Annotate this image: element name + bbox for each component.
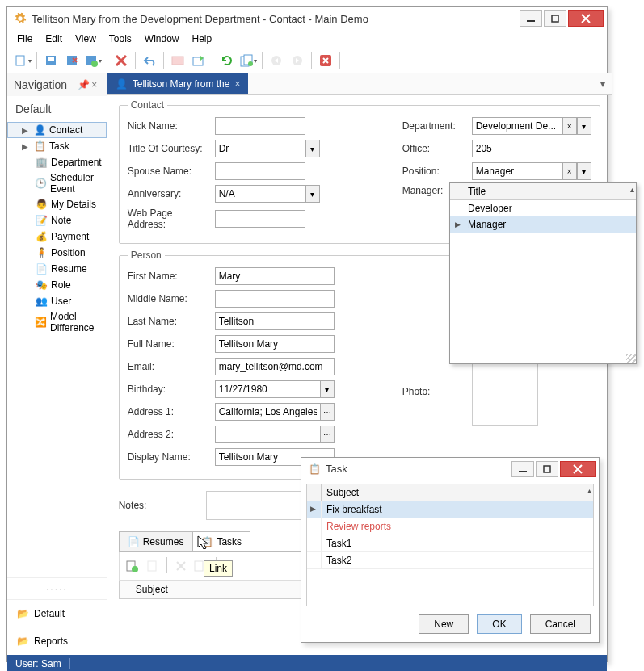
prev-icon (267, 52, 285, 69)
email-input[interactable] (215, 358, 335, 375)
close-button[interactable] (568, 10, 604, 27)
address2-input[interactable] (215, 426, 320, 443)
menu-tools[interactable]: Tools (109, 33, 132, 44)
tab-overflow-icon[interactable]: ▾ (594, 78, 612, 90)
middlename-input[interactable] (215, 290, 335, 308)
task-icon: 📋 (308, 463, 321, 476)
nav-item-scheduler[interactable]: 🕒Scheduler Event (7, 170, 107, 196)
dropdown-item-developer[interactable]: Developer (450, 200, 636, 216)
undo-icon[interactable] (141, 52, 158, 69)
nav-item-resume[interactable]: 📄Resume (7, 261, 107, 277)
ok-button[interactable]: OK (477, 614, 521, 634)
ellipsis-icon[interactable]: ⋯ (320, 426, 335, 443)
photo-box[interactable] (472, 359, 538, 426)
ellipsis-icon[interactable]: ⋯ (320, 403, 335, 421)
task-minimize-button[interactable] (511, 461, 534, 477)
task-close-button[interactable] (560, 461, 596, 477)
clear-icon[interactable]: × (562, 117, 577, 135)
clear-icon[interactable]: × (562, 162, 577, 180)
new-button[interactable]: New (419, 614, 469, 634)
birthday-input[interactable] (215, 380, 320, 398)
chevron-down-icon[interactable]: ▾ (305, 185, 320, 203)
new-icon[interactable]: ▾ (14, 52, 32, 69)
dropdown-header[interactable]: Title (468, 186, 486, 197)
resume-icon: 📄 (128, 536, 140, 547)
chevron-down-icon[interactable]: ▾ (320, 380, 335, 398)
nav-item-note[interactable]: 📝Note (7, 212, 107, 229)
address1-input[interactable] (215, 403, 320, 421)
nav-item-modeldiff[interactable]: 🔀Model Difference (7, 309, 107, 335)
save-icon[interactable] (42, 52, 60, 69)
nav-item-department[interactable]: 🏢Department (7, 154, 107, 170)
svg-rect-4 (48, 57, 54, 61)
nav-folder-reports[interactable]: 📂Reports (7, 627, 107, 655)
spouse-input[interactable] (215, 162, 305, 180)
svg-rect-20 (519, 471, 527, 472)
unlink-icon (144, 557, 162, 575)
close-record-icon[interactable] (317, 52, 335, 69)
nav-item-role[interactable]: 🎭Role (7, 277, 107, 293)
task-row[interactable]: Task1 (307, 535, 593, 552)
tab-close-icon[interactable]: × (234, 78, 240, 90)
save-close-icon[interactable] (63, 52, 81, 69)
maximize-button[interactable] (544, 10, 566, 27)
nav-item-user[interactable]: 👥User (7, 293, 107, 309)
validate-icon (169, 52, 187, 69)
dropdown-item-manager[interactable]: Manager (450, 216, 636, 233)
svg-rect-18 (148, 561, 156, 571)
scroll-up-icon[interactable]: ▴ (630, 185, 634, 194)
nav-item-payment[interactable]: 💰Payment (7, 229, 107, 245)
task-subject-header[interactable]: Subject▴ (322, 484, 593, 501)
clone-icon[interactable]: ▾ (239, 52, 257, 69)
menu-help[interactable]: Help (192, 33, 213, 44)
save-new-icon[interactable]: ▾ (84, 52, 102, 69)
position-input[interactable] (472, 162, 562, 180)
task-row[interactable]: Task2 (307, 552, 593, 569)
pin-icon[interactable]: 📌 (78, 79, 89, 90)
nav-splitter[interactable]: ····· (7, 577, 107, 599)
nav-item-contact[interactable]: ▶👤Contact (7, 122, 107, 138)
svg-rect-21 (544, 466, 550, 472)
contact-icon: 👤 (116, 78, 128, 90)
nav-item-task[interactable]: ▶📋Task (7, 138, 107, 154)
menu-edit[interactable]: Edit (45, 33, 62, 44)
nav-close-icon[interactable]: × (89, 79, 100, 90)
chevron-down-icon[interactable]: ▾ (577, 117, 591, 135)
status-user: User: Sam (15, 658, 61, 669)
scroll-up-icon[interactable]: ▴ (587, 486, 591, 495)
link-icon[interactable] (123, 557, 141, 575)
menu-window[interactable]: Window (145, 33, 179, 44)
task-row[interactable]: Review reports (307, 518, 593, 535)
svg-rect-19 (195, 561, 203, 571)
anniversary-input[interactable] (215, 185, 305, 203)
resize-grip[interactable] (450, 354, 636, 363)
subtab-resumes[interactable]: 📄Resumes (119, 531, 193, 551)
nav-folder-default[interactable]: 📂Default (7, 600, 107, 627)
webpage-input[interactable] (215, 210, 305, 228)
task-row[interactable]: Fix breakfast (307, 501, 593, 518)
menu-file[interactable]: File (17, 33, 32, 44)
delete-icon[interactable] (112, 52, 130, 69)
minimize-button[interactable] (520, 10, 542, 27)
cancel-button[interactable]: Cancel (530, 614, 591, 634)
title-input[interactable] (215, 140, 305, 157)
nickname-input[interactable] (215, 117, 305, 135)
department-input[interactable] (472, 117, 562, 135)
contact-legend: Contact (128, 99, 167, 111)
menu-view[interactable]: View (75, 33, 96, 44)
refresh-icon[interactable] (218, 52, 236, 69)
svg-rect-2 (16, 56, 24, 65)
fullname-input[interactable] (215, 335, 335, 353)
nav-item-mydetails[interactable]: 👨My Details (7, 196, 107, 212)
nav-item-position[interactable]: 🧍Position (7, 245, 107, 261)
svg-point-17 (132, 566, 138, 572)
chevron-down-icon[interactable]: ▾ (305, 140, 320, 157)
office-input[interactable] (472, 140, 591, 157)
lastname-input[interactable] (215, 312, 335, 330)
chevron-down-icon[interactable]: ▾ (577, 162, 591, 180)
next-icon (288, 52, 306, 69)
task-maximize-button[interactable] (536, 461, 558, 477)
firstname-input[interactable] (215, 267, 335, 285)
reset-view-icon[interactable] (190, 52, 208, 69)
document-tab[interactable]: 👤 Tellitson Mary from the × (107, 73, 249, 94)
